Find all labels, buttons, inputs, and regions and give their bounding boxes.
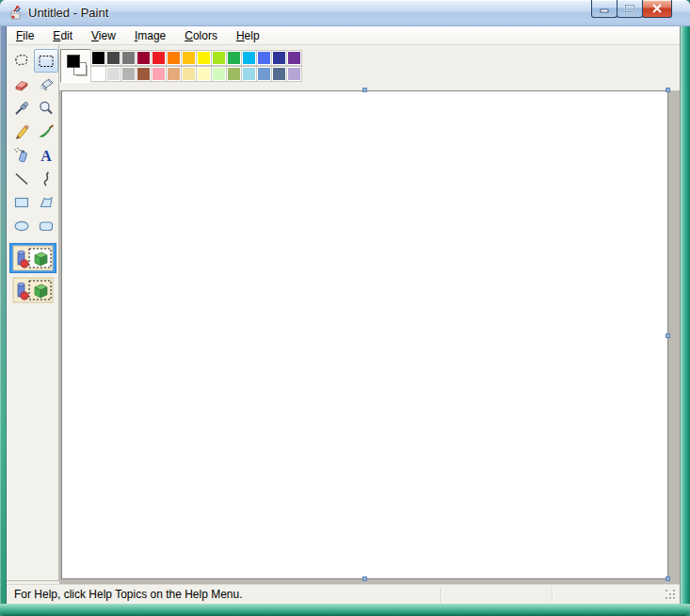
line-tool[interactable] — [9, 167, 34, 190]
rounded-rectangle-tool[interactable] — [34, 214, 58, 237]
rectangle-tool[interactable] — [9, 190, 34, 214]
color-swatch[interactable] — [257, 67, 271, 81]
color-swatch[interactable] — [152, 67, 166, 81]
color-swatch[interactable] — [272, 67, 286, 81]
client-area: A — [7, 45, 680, 584]
paint-window: Untitled - Paint File Edit View Image Co… — [0, 0, 690, 616]
menu-image[interactable]: Image — [125, 26, 175, 44]
menu-bar: File Edit View Image Colors Help — [7, 26, 680, 45]
window-title: Untitled - Paint — [28, 0, 108, 26]
opaque-selection-option[interactable] — [9, 243, 56, 273]
fill-with-color-tool[interactable] — [34, 73, 58, 96]
maximize-button[interactable] — [617, 0, 643, 18]
paint-app-icon — [8, 6, 24, 21]
window-frame-bottom — [0, 604, 690, 616]
menu-edit[interactable]: Edit — [43, 26, 82, 44]
free-form-select-tool[interactable] — [9, 49, 34, 73]
color-swatch[interactable] — [227, 51, 241, 65]
color-swatch[interactable] — [121, 51, 136, 65]
canvas-resize-handle-top[interactable] — [362, 88, 367, 92]
canvas-resize-handle-bottom-right[interactable] — [666, 576, 670, 581]
color-swatch[interactable] — [212, 51, 226, 65]
color-swatch[interactable] — [287, 67, 301, 81]
menu-help[interactable]: Help — [227, 26, 269, 44]
tool-box: A — [7, 45, 59, 581]
window-controls — [592, 0, 672, 18]
color-swatch[interactable] — [152, 51, 166, 65]
menu-file[interactable]: File — [7, 26, 43, 44]
canvas-resize-handle-bottom[interactable] — [362, 576, 367, 581]
text-tool[interactable]: A — [34, 143, 58, 167]
tool-grid: A — [9, 49, 58, 237]
color-swatch[interactable] — [182, 51, 196, 65]
color-swatch[interactable] — [287, 51, 301, 65]
color-swatch[interactable] — [212, 67, 226, 81]
current-colors-indicator — [60, 49, 91, 83]
color-swatch[interactable] — [227, 67, 241, 81]
brush-tool[interactable] — [34, 120, 58, 143]
drawing-canvas[interactable] — [61, 90, 668, 579]
color-swatch[interactable] — [242, 51, 256, 65]
color-swatch[interactable] — [91, 67, 105, 81]
title-bar[interactable]: Untitled - Paint — [0, 0, 690, 26]
canvas-resize-handle-right[interactable] — [666, 333, 670, 338]
color-palette — [91, 51, 302, 83]
close-button[interactable] — [642, 0, 672, 18]
menu-view[interactable]: View — [82, 26, 125, 44]
color-swatch[interactable] — [91, 51, 105, 65]
eraser-tool[interactable] — [9, 73, 34, 96]
color-swatch[interactable] — [242, 67, 256, 81]
color-swatch[interactable] — [272, 51, 286, 65]
color-swatch[interactable] — [106, 51, 120, 65]
color-swatch[interactable] — [197, 67, 211, 81]
airbrush-tool[interactable] — [9, 143, 34, 167]
polygon-tool[interactable] — [34, 190, 58, 214]
svg-text:A: A — [40, 147, 52, 163]
color-swatch[interactable] — [136, 51, 151, 65]
ellipse-tool[interactable] — [9, 214, 34, 237]
pencil-tool[interactable] — [9, 120, 34, 143]
window-frame-right — [680, 26, 690, 604]
color-swatch[interactable] — [106, 67, 120, 81]
color-swatch[interactable] — [136, 67, 151, 81]
status-bar: For Help, click Help Topics on the Help … — [7, 584, 680, 604]
status-separator — [441, 587, 441, 603]
curve-tool[interactable] — [34, 167, 58, 190]
foreground-color-swatch[interactable] — [67, 55, 80, 68]
magnifier-tool[interactable] — [34, 96, 58, 120]
color-swatch[interactable] — [167, 51, 181, 65]
status-message: For Help, click Help Topics on the Help … — [14, 585, 243, 605]
minimize-button[interactable] — [591, 0, 618, 18]
color-swatch[interactable] — [167, 67, 181, 81]
color-swatch[interactable] — [182, 67, 196, 81]
color-swatch[interactable] — [257, 51, 271, 65]
transparent-selection-option[interactable] — [9, 275, 56, 305]
menu-colors[interactable]: Colors — [175, 26, 227, 44]
canvas-resize-handle-top-right[interactable] — [666, 88, 670, 92]
status-separator — [552, 587, 553, 603]
canvas-workspace — [59, 90, 680, 584]
select-tool[interactable] — [34, 49, 58, 73]
color-swatch[interactable] — [197, 51, 211, 65]
color-swatch[interactable] — [121, 67, 136, 81]
window-frame-left — [0, 26, 7, 604]
resize-grip-icon[interactable] — [666, 590, 677, 601]
pick-color-tool[interactable] — [9, 96, 34, 120]
